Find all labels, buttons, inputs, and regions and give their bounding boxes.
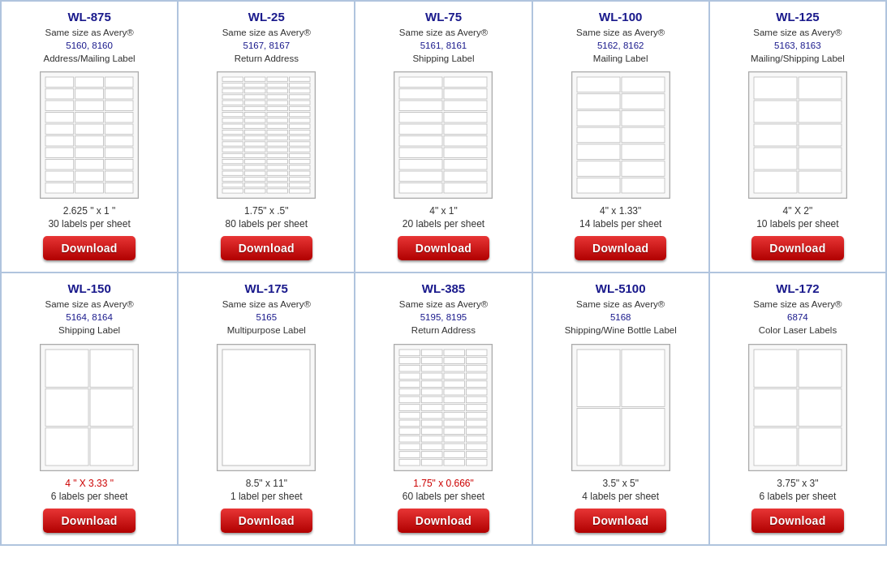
svg-rect-157 xyxy=(754,171,797,193)
svg-rect-8 xyxy=(75,101,104,111)
product-count: 20 labels per sheet xyxy=(403,218,484,230)
svg-rect-87 xyxy=(290,154,311,158)
svg-rect-54 xyxy=(267,107,288,111)
svg-rect-231 xyxy=(622,350,665,407)
svg-rect-3 xyxy=(105,77,133,88)
svg-rect-232 xyxy=(577,408,620,466)
svg-rect-237 xyxy=(754,388,797,426)
svg-rect-60 xyxy=(222,118,243,122)
product-subtitle: Same size as Avery® 5163, 8163 Mailing/S… xyxy=(751,26,845,65)
download-button[interactable]: Download xyxy=(398,236,489,260)
download-button[interactable]: Download xyxy=(751,236,843,260)
svg-rect-136 xyxy=(577,94,620,109)
svg-rect-110 xyxy=(267,189,288,193)
svg-rect-105 xyxy=(245,183,266,187)
download-button[interactable]: Download xyxy=(751,509,843,533)
svg-rect-121 xyxy=(399,124,442,135)
svg-rect-117 xyxy=(399,101,442,111)
svg-rect-132 xyxy=(444,183,487,194)
svg-rect-213 xyxy=(399,436,420,442)
svg-rect-123 xyxy=(399,136,442,147)
product-size: 4" x 1.33" xyxy=(600,205,641,217)
product-count: 6 labels per sheet xyxy=(51,491,128,502)
svg-rect-203 xyxy=(444,412,465,418)
product-count: 10 labels per sheet xyxy=(756,218,838,230)
product-title: WL-100 xyxy=(599,10,642,24)
svg-rect-63 xyxy=(290,118,311,122)
svg-rect-108 xyxy=(222,189,243,193)
svg-rect-109 xyxy=(245,189,266,193)
svg-rect-56 xyxy=(222,113,243,117)
svg-rect-118 xyxy=(444,101,487,111)
svg-rect-236 xyxy=(799,350,842,387)
svg-rect-40 xyxy=(222,89,243,93)
svg-rect-48 xyxy=(222,101,243,105)
product-card-wl-172: WL-172 Same size as Avery® 6874 Color La… xyxy=(710,273,887,545)
svg-rect-169 xyxy=(399,350,420,356)
svg-rect-172 xyxy=(467,350,488,356)
svg-rect-170 xyxy=(422,350,443,356)
svg-rect-7 xyxy=(45,101,74,111)
svg-rect-58 xyxy=(267,113,288,117)
svg-rect-96 xyxy=(222,171,243,175)
svg-rect-72 xyxy=(222,136,243,140)
svg-rect-171 xyxy=(444,350,465,356)
svg-rect-114 xyxy=(444,77,487,88)
label-preview xyxy=(748,71,847,199)
svg-rect-128 xyxy=(444,160,487,170)
svg-rect-188 xyxy=(467,380,488,387)
svg-rect-15 xyxy=(105,124,133,135)
download-button[interactable]: Download xyxy=(575,509,666,533)
product-count: 4 labels per sheet xyxy=(582,491,659,502)
svg-rect-16 xyxy=(45,136,74,147)
product-card-wl-150: WL-150 Same size as Avery® 5164, 8164 Sh… xyxy=(2,273,179,545)
svg-rect-111 xyxy=(290,189,311,193)
svg-rect-219 xyxy=(444,444,465,450)
label-preview xyxy=(748,344,847,471)
svg-rect-143 xyxy=(622,144,665,160)
svg-rect-30 xyxy=(105,183,133,194)
svg-rect-122 xyxy=(444,124,487,135)
svg-rect-211 xyxy=(444,427,465,434)
svg-rect-167 xyxy=(222,350,310,466)
svg-rect-144 xyxy=(577,161,620,177)
download-button[interactable]: Download xyxy=(43,236,135,260)
svg-rect-78 xyxy=(267,142,288,146)
svg-rect-93 xyxy=(245,165,266,170)
svg-rect-225 xyxy=(399,459,420,466)
product-size: 3.75" x 3" xyxy=(777,478,818,489)
svg-rect-115 xyxy=(399,89,442,100)
svg-rect-75 xyxy=(290,136,311,140)
svg-rect-174 xyxy=(422,357,443,363)
svg-rect-73 xyxy=(245,136,266,140)
product-size: 4" x 1" xyxy=(429,205,458,217)
svg-rect-77 xyxy=(245,142,266,146)
svg-rect-154 xyxy=(799,124,842,146)
svg-rect-180 xyxy=(467,365,488,371)
download-button[interactable]: Download xyxy=(398,509,489,533)
svg-rect-17 xyxy=(75,136,104,147)
svg-rect-82 xyxy=(267,148,288,152)
svg-rect-106 xyxy=(267,183,288,187)
download-button[interactable]: Download xyxy=(43,509,135,533)
download-button[interactable]: Download xyxy=(221,509,312,533)
svg-rect-51 xyxy=(290,101,311,105)
svg-rect-228 xyxy=(467,459,488,466)
svg-rect-137 xyxy=(622,94,665,109)
svg-rect-107 xyxy=(290,183,311,187)
download-button[interactable]: Download xyxy=(221,236,312,260)
svg-rect-198 xyxy=(422,404,443,410)
svg-rect-149 xyxy=(754,77,797,99)
svg-rect-64 xyxy=(222,124,243,128)
product-title: WL-172 xyxy=(776,281,819,295)
svg-rect-36 xyxy=(222,84,243,88)
svg-rect-191 xyxy=(444,388,465,395)
svg-rect-184 xyxy=(467,373,488,380)
product-title: WL-385 xyxy=(422,281,465,295)
svg-rect-57 xyxy=(245,113,266,117)
svg-rect-69 xyxy=(245,131,266,135)
svg-rect-126 xyxy=(444,148,487,158)
svg-rect-223 xyxy=(444,451,465,457)
download-button[interactable]: Download xyxy=(575,236,666,260)
svg-rect-23 xyxy=(75,160,104,170)
